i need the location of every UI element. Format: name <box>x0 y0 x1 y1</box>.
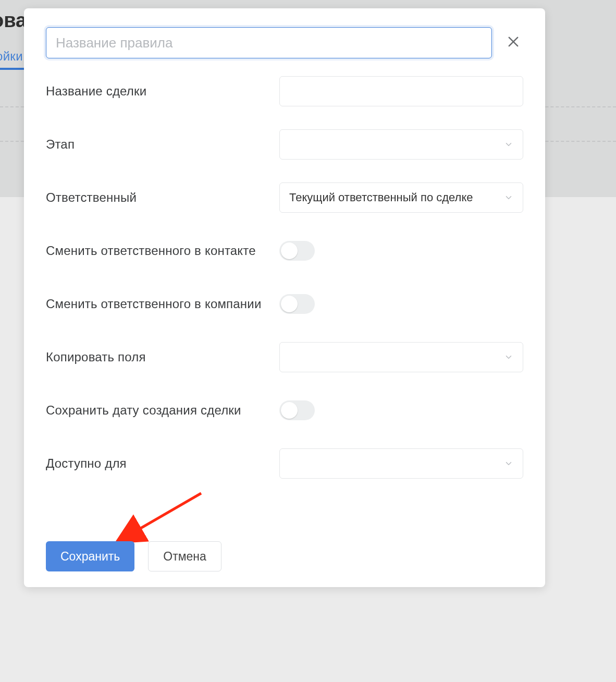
close-button[interactable] <box>503 33 523 53</box>
svg-line-2 <box>134 493 201 532</box>
copy-fields-select[interactable] <box>279 342 523 372</box>
toggle-knob <box>281 402 298 419</box>
select-value: Текущий ответственный по сделке <box>289 191 497 204</box>
field-available-for: Доступно для <box>46 448 523 479</box>
field-change-contact-responsible: Сменить ответственного в контакте <box>46 236 523 266</box>
deal-name-input[interactable] <box>279 76 523 106</box>
field-label: Сменить ответственного в контакте <box>46 243 256 258</box>
save-button[interactable]: Сохранить <box>46 541 134 571</box>
field-stage: Этап <box>46 129 523 160</box>
keep-created-date-toggle[interactable] <box>279 400 315 420</box>
field-responsible: Ответственный Текущий ответственный по с… <box>46 182 523 213</box>
rule-edit-modal: Название сделки Этап Ответственный Текущ… <box>24 8 545 587</box>
close-icon <box>506 34 521 51</box>
chevron-down-icon <box>504 352 513 362</box>
rule-name-input[interactable] <box>46 27 492 58</box>
field-keep-created-date: Сохранить дату создания сделки <box>46 395 523 425</box>
toggle-knob <box>281 242 298 259</box>
field-label: Сменить ответственного в компании <box>46 297 262 311</box>
annotation-arrow <box>128 490 212 542</box>
stage-select[interactable] <box>279 129 523 160</box>
responsible-select[interactable]: Текущий ответственный по сделке <box>279 182 523 213</box>
field-label: Ответственный <box>46 190 137 205</box>
chevron-down-icon <box>504 193 513 202</box>
change-company-responsible-toggle[interactable] <box>279 294 315 314</box>
field-label: Название сделки <box>46 84 146 99</box>
chevron-down-icon <box>504 459 513 468</box>
chevron-down-icon <box>504 140 513 149</box>
available-for-select[interactable] <box>279 448 523 479</box>
modal-actions: Сохранить Отмена <box>46 541 221 571</box>
change-contact-responsible-toggle[interactable] <box>279 241 315 261</box>
field-label: Сохранить дату создания сделки <box>46 403 241 418</box>
field-change-company-responsible: Сменить ответственного в компании <box>46 289 523 319</box>
cancel-button[interactable]: Отмена <box>148 541 221 571</box>
toggle-knob <box>281 296 298 312</box>
field-copy-fields: Копировать поля <box>46 342 523 372</box>
field-deal-name: Название сделки <box>46 76 523 106</box>
field-label: Этап <box>46 137 75 152</box>
field-label: Доступно для <box>46 456 127 471</box>
field-label: Копировать поля <box>46 350 146 364</box>
